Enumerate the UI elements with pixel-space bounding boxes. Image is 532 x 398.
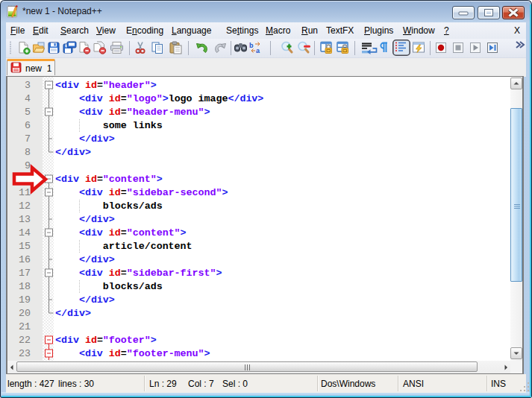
svg-text:a: a xyxy=(256,47,260,54)
svg-text:b: b xyxy=(249,42,254,49)
